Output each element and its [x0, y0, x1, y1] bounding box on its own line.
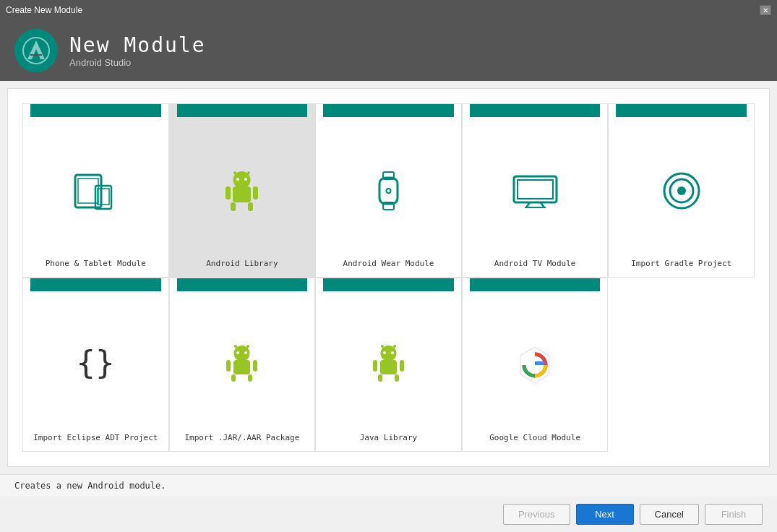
module-label-android-wear: Android Wear Module [343, 259, 434, 268]
module-item-java-library[interactable]: Java Library [315, 278, 462, 452]
svg-rect-6 [233, 186, 251, 202]
main-content: Phone & Tablet Module [7, 88, 770, 467]
svg-point-49 [383, 351, 386, 354]
svg-point-54 [393, 345, 396, 348]
svg-rect-35 [231, 374, 236, 382]
svg-rect-45 [373, 360, 377, 372]
android-studio-logo [14, 29, 58, 72]
svg-rect-33 [226, 360, 231, 372]
svg-rect-56 [535, 361, 545, 365]
title-bar: Create New Module ✕ [0, 0, 777, 20]
status-bar: Creates a new Android module. [0, 474, 777, 497]
svg-point-50 [391, 351, 394, 354]
import-gradle-icon [660, 129, 703, 253]
svg-point-37 [236, 351, 239, 354]
module-item-android-library[interactable]: Android Library [169, 103, 316, 278]
svg-rect-34 [253, 360, 257, 372]
svg-point-41 [234, 345, 237, 348]
module-top-bar [323, 104, 454, 117]
dialog-header: New Module Android Studio [0, 20, 777, 81]
title-bar-controls: ✕ [760, 5, 771, 15]
svg-point-12 [244, 178, 247, 181]
svg-rect-7 [226, 186, 231, 200]
module-top-bar [470, 104, 601, 117]
eclipse-adt-icon: {} [74, 303, 117, 427]
logo-svg [22, 36, 51, 65]
module-label-android-library: Android Library [206, 259, 278, 268]
module-item-google-cloud[interactable]: Google Cloud Module [462, 278, 609, 452]
svg-rect-8 [253, 186, 258, 200]
svg-rect-48 [395, 374, 399, 382]
java-library-icon [369, 303, 408, 427]
svg-rect-46 [400, 360, 404, 372]
module-label-java-library: Java Library [360, 433, 417, 442]
module-item-phone-tablet[interactable]: Phone & Tablet Module [22, 103, 169, 278]
close-button[interactable]: ✕ [760, 5, 771, 15]
android-tv-icon [512, 129, 559, 253]
android-library-icon [222, 129, 262, 253]
android-wear-icon [376, 129, 401, 253]
module-top-bar [470, 278, 601, 291]
svg-point-38 [244, 351, 247, 354]
title-bar-text: Create New Module [6, 5, 82, 15]
svg-point-29 [677, 186, 686, 195]
previous-button[interactable]: Previous [503, 504, 570, 525]
cancel-button[interactable]: Cancel [640, 504, 699, 525]
module-top-bar [177, 278, 308, 291]
jar-aar-icon [222, 303, 262, 427]
svg-rect-9 [231, 202, 236, 211]
header-text-container: New Module Android Studio [69, 33, 206, 68]
svg-point-15 [233, 171, 236, 174]
svg-rect-23 [518, 180, 553, 199]
svg-point-16 [247, 171, 250, 174]
module-item-import-gradle[interactable]: Import Gradle Project [608, 103, 755, 278]
svg-point-42 [246, 345, 249, 348]
phone-tablet-icon [74, 129, 117, 253]
next-button[interactable]: Next [576, 504, 634, 525]
module-top-bar [616, 104, 747, 117]
status-text: Creates a new Android module. [14, 481, 166, 491]
module-label-google-cloud: Google Cloud Module [489, 433, 580, 442]
module-item-android-tv[interactable]: Android TV Module [462, 103, 609, 278]
module-label-eclipse-adt: Import Eclipse ADT Project [33, 433, 158, 442]
module-top-bar [30, 104, 161, 117]
module-grid-row1: Phone & Tablet Module [22, 103, 755, 278]
bottom-bar: Previous Next Cancel Finish [0, 497, 777, 532]
svg-rect-44 [380, 360, 397, 374]
module-top-bar [177, 104, 308, 117]
module-label-import-gradle: Import Gradle Project [631, 259, 731, 268]
dialog-title: New Module [69, 33, 206, 57]
module-item-empty [608, 278, 755, 452]
dialog-subtitle: Android Studio [69, 57, 206, 68]
module-top-bar [30, 278, 161, 291]
svg-point-21 [387, 189, 390, 192]
module-item-android-wear[interactable]: Android Wear Module [315, 103, 462, 278]
svg-rect-4 [98, 189, 109, 205]
svg-rect-32 [233, 360, 250, 374]
module-label-jar-aar: Import .JAR/.AAR Package [184, 433, 299, 442]
svg-rect-47 [378, 374, 382, 382]
module-grid-row2: {} Import Eclipse ADT Project [22, 278, 755, 452]
google-cloud-icon [513, 303, 557, 427]
svg-point-53 [381, 345, 384, 348]
module-label-phone-tablet: Phone & Tablet Module [46, 259, 146, 268]
finish-button[interactable]: Finish [705, 504, 763, 525]
svg-rect-36 [248, 374, 252, 382]
module-item-jar-aar[interactable]: Import .JAR/.AAR Package [169, 278, 316, 452]
svg-point-11 [236, 178, 239, 181]
svg-text:{}: {} [77, 344, 115, 381]
module-top-bar [323, 278, 454, 291]
svg-rect-10 [248, 202, 253, 211]
module-label-android-tv: Android TV Module [494, 259, 576, 268]
module-item-eclipse-adt[interactable]: {} Import Eclipse ADT Project [22, 278, 169, 452]
